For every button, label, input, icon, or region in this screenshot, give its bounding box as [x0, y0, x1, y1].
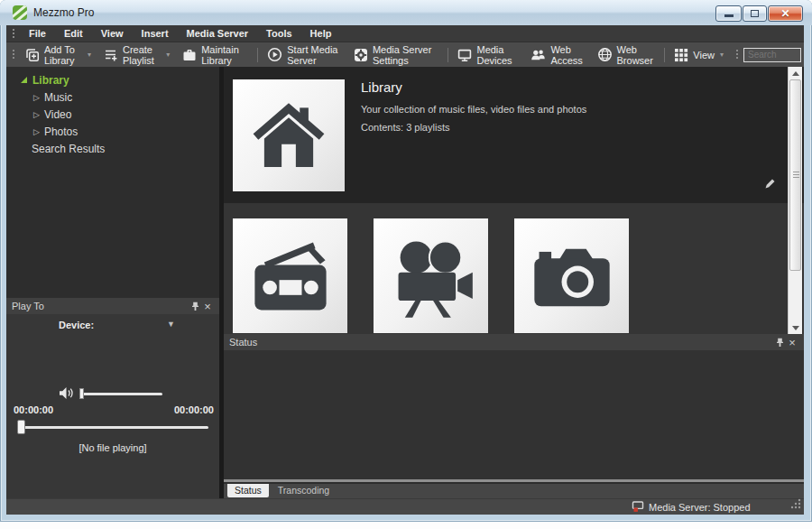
volume-icon[interactable] [59, 386, 75, 404]
photos-tile[interactable] [514, 218, 629, 333]
media-server-status: Media Server: Stopped [632, 501, 751, 513]
media-server-settings-icon [354, 48, 368, 62]
close-panel-icon[interactable] [201, 300, 214, 312]
media-devices-button[interactable]: Media Devices [451, 44, 524, 65]
app-window: Mezzmo Pro File Edit View Insert Media S… [0, 0, 812, 522]
status-panel: Status [224, 334, 804, 484]
elapsed-time: 00:00:00 [14, 404, 53, 415]
status-panel-header: Status [224, 334, 804, 350]
tab-status[interactable]: Status [227, 484, 269, 497]
play-to-panel: Play To Device: [6, 298, 219, 498]
minimize-button[interactable] [715, 5, 742, 22]
chevron-down-icon [166, 51, 170, 59]
scroll-down-icon[interactable] [789, 321, 803, 334]
toolbar-separator [448, 48, 448, 62]
maintain-library-button[interactable]: Maintain Library [176, 44, 253, 65]
tree-expanded-icon[interactable] [21, 77, 27, 83]
search-drag-handle[interactable] [735, 49, 739, 60]
device-dropdown-icon[interactable] [167, 320, 175, 329]
menu-tools[interactable]: Tools [257, 25, 301, 42]
chevron-down-icon [88, 51, 91, 59]
menu-media-server[interactable]: Media Server [178, 25, 257, 42]
menu-insert[interactable]: Insert [133, 25, 178, 42]
create-playlist-icon [104, 48, 118, 62]
volume-slider-thumb[interactable] [79, 388, 84, 399]
chevron-down-icon [720, 51, 724, 59]
tree-item-library[interactable]: Library [6, 71, 219, 88]
window-title: Mezzmo Pro [33, 6, 94, 19]
web-access-icon [531, 48, 546, 62]
tree-collapsed-icon[interactable] [33, 127, 40, 136]
play-to-body: Device: 00:00:00 00:00:00 [6, 314, 219, 498]
maximize-button[interactable] [743, 5, 767, 22]
view-grid-icon [674, 48, 688, 62]
library-thumbnail[interactable] [233, 79, 345, 191]
window-controls [715, 5, 803, 22]
close-panel-icon[interactable] [786, 336, 798, 348]
library-tree: Library Music Video Photos [6, 67, 219, 157]
now-playing-text: [No file playing] [6, 442, 219, 453]
status-bar: Media Server: Stopped [6, 498, 804, 515]
web-access-button[interactable]: Web Access [524, 44, 590, 65]
status-panel-title: Status [229, 337, 257, 348]
media-server-icon [632, 501, 644, 513]
menu-help[interactable]: Help [301, 25, 341, 42]
pin-icon[interactable] [773, 336, 786, 348]
add-to-library-button[interactable]: Add To Library [19, 44, 97, 65]
menu-view[interactable]: View [92, 25, 133, 42]
toolbar-drag-handle[interactable] [12, 49, 14, 60]
resize-grip-icon[interactable] [790, 497, 801, 513]
close-button[interactable] [768, 5, 803, 22]
title-bar[interactable]: Mezzmo Pro [0, 0, 812, 25]
tree-item-music[interactable]: Music [6, 88, 219, 106]
tree-item-video[interactable]: Video [6, 106, 219, 123]
tab-transcoding[interactable]: Transcoding [271, 484, 337, 497]
menu-edit[interactable]: Edit [55, 25, 92, 42]
seek-slider-track[interactable] [19, 426, 208, 429]
status-panel-body [224, 350, 804, 482]
minimize-icon [724, 14, 734, 17]
web-browser-label: Web Browser [617, 44, 654, 66]
music-tile[interactable] [233, 218, 347, 333]
edit-pencil-icon[interactable] [763, 177, 777, 194]
volume-slider-track[interactable] [79, 393, 162, 395]
vertical-scrollbar[interactable] [788, 67, 802, 334]
toolbar-separator [664, 48, 665, 62]
search-input[interactable] [743, 48, 801, 62]
tree-item-search-results[interactable]: Search Results [6, 140, 219, 157]
web-browser-icon [597, 47, 613, 62]
add-to-library-icon [25, 48, 40, 62]
scrollbar-thumb[interactable] [789, 79, 801, 271]
web-browser-button[interactable]: Web Browser [591, 44, 660, 65]
tree-item-label: Library [32, 74, 69, 87]
create-playlist-button[interactable]: Create Playlist [97, 44, 176, 65]
tree-item-label: Photos [44, 125, 78, 138]
bottom-tab-strip: Status Transcoding [224, 484, 804, 498]
tree-item-label: Video [44, 108, 71, 121]
scroll-up-icon[interactable] [789, 67, 803, 79]
restore-icon [751, 10, 759, 17]
start-media-server-button[interactable]: Start Media Server [261, 44, 347, 65]
video-tile[interactable] [374, 218, 488, 333]
menubar-drag-handle[interactable] [12, 28, 15, 40]
view-button[interactable]: View [668, 44, 730, 65]
pin-icon[interactable] [189, 300, 201, 312]
total-time: 00:00:00 [174, 404, 214, 415]
tree-collapsed-icon[interactable] [33, 93, 40, 102]
menu-file[interactable]: File [20, 25, 55, 42]
tree-item-label: Search Results [32, 143, 105, 155]
tree-collapsed-icon[interactable] [33, 110, 40, 119]
maintain-library-label: Maintain Library [201, 44, 246, 66]
desktop-background [0, 522, 812, 529]
app-logo-icon [13, 5, 27, 20]
maintain-library-icon [182, 48, 197, 62]
play-to-header: Play To [6, 298, 219, 314]
media-server-settings-label: Media Server Settings [373, 44, 438, 66]
toolbar: Add To Library Create Playlist [6, 42, 804, 67]
tree-item-photos[interactable]: Photos [6, 123, 219, 140]
library-tiles-section [224, 203, 804, 334]
seek-slider-thumb[interactable] [17, 420, 25, 434]
media-server-settings-button[interactable]: Media Server Settings [347, 44, 444, 65]
web-access-label: Web Access [550, 44, 584, 66]
create-playlist-label: Create Playlist [123, 44, 161, 66]
